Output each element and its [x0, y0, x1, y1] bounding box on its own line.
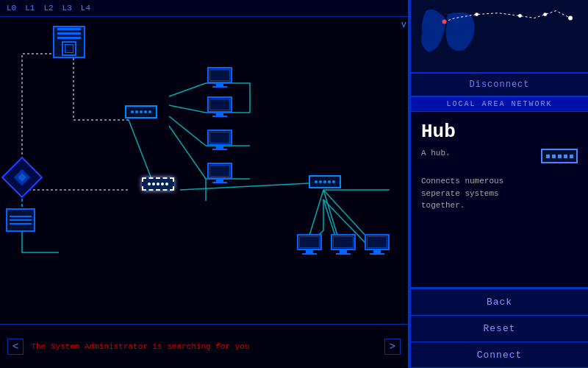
- network-canvas: v: [0, 17, 409, 326]
- svg-line-10: [323, 190, 368, 238]
- lan-section-header: LOCAL AREA NETWORK: [411, 97, 588, 112]
- svg-point-18: [568, 16, 573, 21]
- node-lock[interactable]: [7, 163, 37, 192]
- node-computer-br3[interactable]: [363, 234, 391, 256]
- node-computer-br2[interactable]: [329, 234, 357, 256]
- node-description: A hub.: [421, 149, 451, 158]
- node-title: Hub: [421, 121, 578, 143]
- svg-line-8: [309, 190, 323, 238]
- main-container: L0 L1 L2 L3 L4: [0, 0, 588, 368]
- node-hub-selected[interactable]: [142, 177, 174, 191]
- scroll-left-button[interactable]: <: [7, 339, 24, 355]
- level-tabs: L0 L1 L2 L3 L4: [0, 0, 408, 17]
- svg-point-16: [518, 14, 522, 18]
- node-mini-icon: [541, 149, 578, 163]
- node-icon-row: A hub.: [421, 149, 578, 168]
- node-detail-text: Connects numerousseperate systemstogethe…: [421, 175, 578, 212]
- network-svg: [0, 17, 409, 326]
- node-hub-right[interactable]: [309, 175, 341, 188]
- status-bar: < The System Administrator is searching …: [0, 324, 408, 368]
- svg-line-2: [169, 116, 206, 146]
- action-buttons: Back Reset Connect: [411, 289, 588, 368]
- svg-point-17: [543, 13, 547, 16]
- info-panel: Disconnect LOCAL AREA NETWORK Hub A hub.…: [409, 0, 588, 368]
- map-svg: [411, 0, 588, 72]
- connect-button[interactable]: Connect: [411, 342, 588, 368]
- svg-line-4: [129, 120, 154, 186]
- scroll-right-button[interactable]: >: [384, 339, 401, 355]
- disconnect-button[interactable]: Disconnect: [411, 74, 588, 97]
- svg-point-14: [442, 19, 447, 24]
- scroll-down-icon[interactable]: v: [401, 20, 406, 30]
- tab-l0[interactable]: L0: [4, 3, 18, 13]
- status-message: The System Administrator is searching fo…: [31, 342, 376, 351]
- node-terminal[interactable]: [6, 208, 35, 232]
- node-computer-2[interactable]: [206, 96, 234, 118]
- node-computer-br1[interactable]: [295, 234, 323, 256]
- svg-line-0: [169, 83, 206, 96]
- tab-l2[interactable]: L2: [41, 3, 55, 13]
- svg-line-1: [169, 105, 206, 113]
- back-button[interactable]: Back: [411, 289, 588, 315]
- svg-line-7: [180, 183, 323, 190]
- node-hub-1[interactable]: [125, 105, 157, 118]
- node-info-section: Hub A hub. Connects numerousseperate sys…: [411, 112, 588, 289]
- node-computer-3[interactable]: [206, 130, 234, 152]
- svg-point-15: [475, 13, 478, 16]
- tab-l4[interactable]: L4: [79, 3, 93, 13]
- node-computer-4[interactable]: [206, 163, 234, 185]
- tab-l3[interactable]: L3: [60, 3, 74, 13]
- svg-line-3: [169, 126, 206, 179]
- world-map: [411, 0, 588, 74]
- reset-button[interactable]: Reset: [411, 315, 588, 342]
- node-main-server[interactable]: [53, 26, 85, 58]
- node-computer-1[interactable]: [206, 67, 234, 89]
- network-panel: L0 L1 L2 L3 L4: [0, 0, 409, 368]
- tab-l1[interactable]: L1: [23, 3, 37, 13]
